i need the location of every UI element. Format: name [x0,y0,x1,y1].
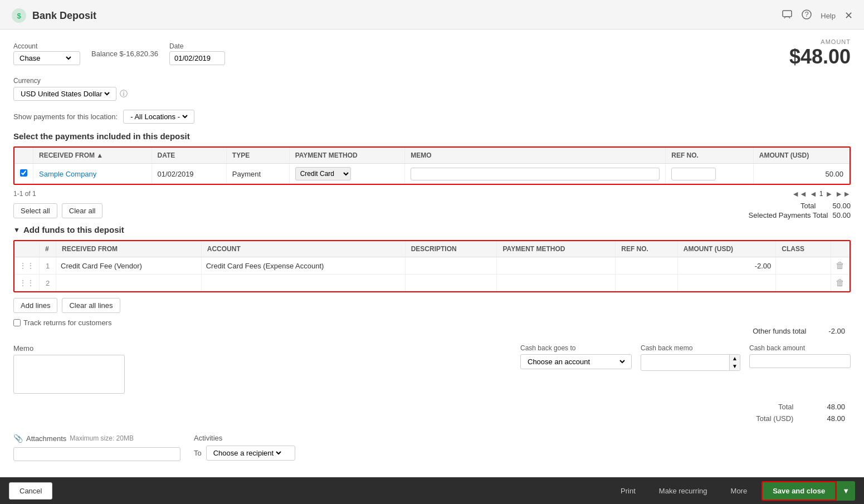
total-value: 50.00 [832,202,851,210]
funds-table-wrapper: # RECEIVED FROM ACCOUNT DESCRIPTION PAYM… [13,240,851,292]
th-date[interactable]: DATE [152,148,226,164]
th-ref-no[interactable]: REF NO. [666,148,754,164]
date-input[interactable] [169,51,225,65]
account-select[interactable]: Chase [17,53,73,63]
attachments-label: 📎 Attachments Maximum size: 20MB [13,434,180,443]
th-funds-received-from[interactable]: RECEIVED FROM [56,241,202,257]
cash-back-amount-input[interactable] [749,354,851,368]
currency-row: Currency USD United States Dollar ⓘ [13,76,851,101]
first-page-btn[interactable]: ◄◄ [792,189,807,198]
collapse-icon[interactable]: ▼ [13,226,20,234]
funds-received-from-cell-1[interactable]: Credit Card Fee (Vendor) [56,257,202,275]
funds-refno-cell-2[interactable] [616,275,677,292]
th-num: # [40,241,56,257]
payment-method-select-1[interactable]: Credit Card [295,167,351,180]
memo-label: Memo [13,344,509,353]
th-received-from[interactable]: RECEIVED FROM ▲ [33,148,152,164]
cancel-button[interactable]: Cancel [9,482,52,500]
payment-memo-cell[interactable] [405,164,666,184]
funds-received-from-cell-2[interactable] [56,275,202,292]
recipient-select[interactable]: Choose a recipient [211,448,283,458]
location-select-wrapper[interactable]: - All Locations - [123,110,194,124]
select-all-button[interactable]: Select all [13,203,57,218]
payment-received-from-cell: Sample Company [33,164,152,184]
spinner-buttons: ▲ ▼ [730,354,740,371]
payment-checkbox-cell[interactable] [14,164,33,184]
footer-bar: Cancel Print Make recurring More Save an… [0,477,864,504]
currency-select-wrapper[interactable]: USD United States Dollar [13,87,116,101]
selected-total-label: Selected Payments Total [749,211,828,219]
cash-back-fields: Cash back goes to Choose an account Cash… [520,344,851,371]
save-dropdown-button[interactable]: ▼ [836,481,855,501]
attachments-input[interactable] [13,447,180,461]
help-icon-button[interactable]: ? [802,9,812,22]
th-funds-ref-no[interactable]: REF NO. [616,241,677,257]
th-type[interactable]: TYPE [226,148,289,164]
save-and-close-button[interactable]: Save and close [762,481,836,501]
th-funds-amount[interactable]: AMOUNT (USD) [677,241,776,257]
title-bar-right: ? Help ✕ [782,9,853,23]
recipient-select-wrapper[interactable]: Choose a recipient [206,446,295,461]
cash-back-memo-input[interactable] [641,354,730,371]
clear-all-lines-button[interactable]: Clear all lines [62,298,120,313]
th-funds-description[interactable]: DESCRIPTION [405,241,497,257]
payment-memo-input-1[interactable] [411,168,660,180]
add-funds-title: Add funds to this deposit [23,225,124,234]
cash-back-account-select-wrapper[interactable]: Choose an account [520,354,632,369]
funds-account-cell-1[interactable]: Credit Card Fees (Expense Account) [201,257,405,275]
th-amount-usd[interactable]: AMOUNT (USD) [753,148,849,164]
funds-pm-cell-1[interactable] [497,257,616,275]
th-memo[interactable]: MEMO [405,148,666,164]
chat-icon-button[interactable] [782,9,793,23]
spinner-down-btn[interactable]: ▼ [730,363,740,370]
th-funds-account[interactable]: ACCOUNT [201,241,405,257]
cash-back-account-select[interactable]: Choose an account [525,357,627,366]
payment-refno-cell[interactable] [666,164,754,184]
save-close-wrapper: Save and close ▼ [762,481,855,501]
cash-back-amount-label: Cash back amount [749,344,851,352]
currency-info-icon[interactable]: ⓘ [120,89,128,99]
make-recurring-button[interactable]: Make recurring [650,487,716,495]
th-funds-payment-method[interactable]: PAYMENT METHOD [497,241,616,257]
funds-table: # RECEIVED FROM ACCOUNT DESCRIPTION PAYM… [14,241,850,291]
prev-page-btn[interactable]: ◄ [809,189,817,198]
currency-select[interactable]: USD United States Dollar [18,89,111,99]
delete-cell-1[interactable]: 🗑 [831,257,850,275]
funds-class-cell-1[interactable] [776,257,831,275]
print-button[interactable]: Print [612,487,645,495]
close-button[interactable]: ✕ [845,9,853,22]
final-total-label: Total [749,403,793,411]
location-select[interactable]: - All Locations - [128,112,189,121]
delete-cell-2[interactable]: 🗑 [831,275,850,292]
final-total-value: 48.00 [827,403,845,411]
spinner-up-btn[interactable]: ▲ [730,355,740,363]
sample-company-link[interactable]: Sample Company [39,170,96,178]
funds-account-cell-2[interactable] [201,275,405,292]
funds-pm-cell-2[interactable] [497,275,616,292]
payment-refno-input-1[interactable] [671,168,716,180]
delete-row-1-button[interactable]: 🗑 [836,261,845,271]
account-select-wrapper[interactable]: Chase [13,51,80,65]
add-lines-button[interactable]: Add lines [13,298,57,313]
drag-handle-1[interactable]: ⋮⋮ [19,261,35,270]
funds-class-cell-2[interactable] [776,275,831,292]
drag-handle-2[interactable]: ⋮⋮ [19,278,35,287]
more-button[interactable]: More [722,487,756,495]
payment-checkbox-1[interactable] [20,169,27,177]
funds-refno-cell-1[interactable] [616,257,677,275]
track-returns-checkbox[interactable] [13,319,21,326]
final-total-usd-row: Total (USD) 48.00 [749,414,845,423]
th-payment-method[interactable]: PAYMENT METHOD [289,148,405,164]
drag-handle-cell-2[interactable]: ⋮⋮ [14,275,40,292]
last-page-btn[interactable]: ►► [835,189,851,198]
th-funds-class[interactable]: CLASS [776,241,831,257]
clear-all-button[interactable]: Clear all [62,203,103,218]
funds-description-cell-2[interactable] [405,275,497,292]
drag-handle-cell-1[interactable]: ⋮⋮ [14,257,40,275]
funds-description-cell-1[interactable] [405,257,497,275]
delete-row-2-button[interactable]: 🗑 [836,278,845,288]
memo-textarea[interactable] [13,355,125,394]
activities-row: To Choose a recipient [194,446,851,461]
next-page-btn[interactable]: ► [825,189,833,198]
location-label: Show payments for this location: [13,112,118,121]
